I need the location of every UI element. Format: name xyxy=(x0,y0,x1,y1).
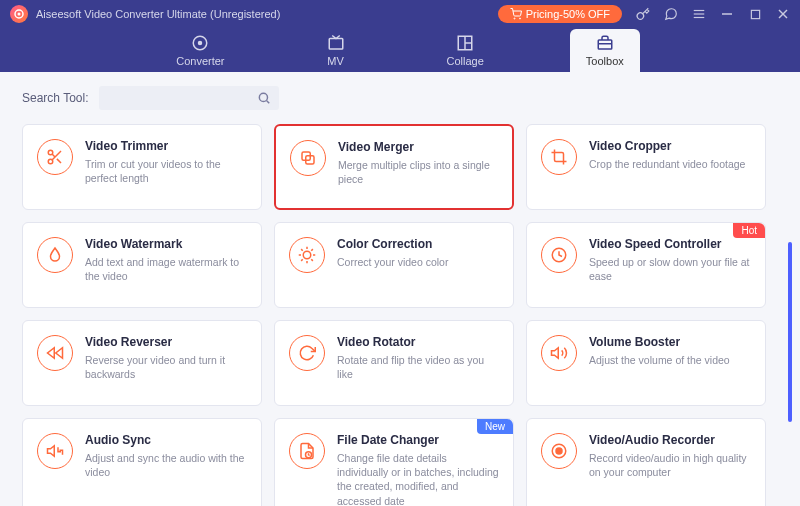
svg-point-19 xyxy=(259,93,267,101)
mv-icon xyxy=(327,34,345,52)
tool-desc: Crop the redundant video footage xyxy=(589,157,751,171)
svg-point-3 xyxy=(519,18,520,19)
svg-rect-13 xyxy=(329,39,343,50)
tool-card-sync[interactable]: Audio SyncAdjust and sync the audio with… xyxy=(22,418,262,506)
tool-desc: Adjust and sync the audio with the video xyxy=(85,451,247,479)
search-label: Search Tool: xyxy=(22,91,89,105)
rotate-icon xyxy=(289,335,325,371)
reverse-icon xyxy=(37,335,73,371)
tool-text: Volume BoosterAdjust the volume of the v… xyxy=(589,335,751,391)
tab-label: Collage xyxy=(447,55,484,67)
tool-card-speed[interactable]: HotVideo Speed ControllerSpeed up or slo… xyxy=(526,222,766,308)
tool-text: Video RotatorRotate and flip the video a… xyxy=(337,335,499,391)
tool-title: Video/Audio Recorder xyxy=(589,433,751,447)
tool-text: Video MergerMerge multiple clips into a … xyxy=(338,140,498,194)
tab-label: Toolbox xyxy=(586,55,624,67)
svg-marker-40 xyxy=(552,348,559,359)
tool-card-record[interactable]: Video/Audio RecorderRecord video/audio i… xyxy=(526,418,766,506)
tool-card-color[interactable]: Color CorrectionCorrect your video color xyxy=(274,222,514,308)
tab-collage[interactable]: Collage xyxy=(431,29,500,72)
tool-desc: Trim or cut your videos to the perfect l… xyxy=(85,157,247,185)
speed-icon xyxy=(541,237,577,273)
scissors-icon xyxy=(37,139,73,175)
tool-card-scissors[interactable]: Video TrimmerTrim or cut your videos to … xyxy=(22,124,262,210)
maximize-button[interactable] xyxy=(748,7,762,21)
svg-point-28 xyxy=(303,251,311,259)
svg-point-1 xyxy=(18,13,21,16)
pricing-button[interactable]: Pricing-50% OFF xyxy=(498,5,622,23)
watermark-icon xyxy=(37,237,73,273)
tool-text: Video TrimmerTrim or cut your videos to … xyxy=(85,139,247,195)
content-area: Search Tool: Video TrimmerTrim or cut yo… xyxy=(0,72,800,506)
svg-marker-41 xyxy=(48,446,55,457)
tool-card-date[interactable]: NewFile Date ChangerChange file date det… xyxy=(274,418,514,506)
svg-point-12 xyxy=(199,42,202,45)
pricing-label: Pricing-50% OFF xyxy=(526,8,610,20)
scrollbar-thumb[interactable] xyxy=(788,242,792,422)
tool-desc: Speed up or slow down your file at ease xyxy=(589,255,751,283)
sync-icon xyxy=(37,433,73,469)
tool-text: Color CorrectionCorrect your video color xyxy=(337,237,499,293)
main-tabs: Converter MV Collage Toolbox xyxy=(0,28,800,72)
cart-icon xyxy=(510,8,522,20)
badge-hot: Hot xyxy=(733,223,765,238)
tool-text: Audio SyncAdjust and sync the audio with… xyxy=(85,433,247,506)
tab-label: MV xyxy=(327,55,344,67)
svg-point-22 xyxy=(48,159,53,164)
search-icon[interactable] xyxy=(257,91,271,105)
volume-icon xyxy=(541,335,577,371)
search-row: Search Tool: xyxy=(22,86,778,110)
tool-title: File Date Changer xyxy=(337,433,499,447)
tool-card-rotate[interactable]: Video RotatorRotate and flip the video a… xyxy=(274,320,514,406)
tool-text: Video/Audio RecorderRecord video/audio i… xyxy=(589,433,751,506)
tool-text: File Date ChangerChange file date detail… xyxy=(337,433,499,506)
svg-point-21 xyxy=(48,150,53,155)
tool-desc: Merge multiple clips into a single piece xyxy=(338,158,498,186)
svg-point-44 xyxy=(556,448,562,454)
tab-label: Converter xyxy=(176,55,224,67)
toolbox-icon xyxy=(596,34,614,52)
svg-line-31 xyxy=(301,249,303,251)
tool-card-volume[interactable]: Volume BoosterAdjust the volume of the v… xyxy=(526,320,766,406)
app-logo-icon xyxy=(10,5,28,23)
tool-text: Video Speed ControllerSpeed up or slow d… xyxy=(589,237,751,293)
close-button[interactable] xyxy=(776,7,790,21)
record-icon xyxy=(541,433,577,469)
tool-card-crop[interactable]: Video CropperCrop the redundant video fo… xyxy=(526,124,766,210)
svg-line-20 xyxy=(266,101,269,104)
minimize-button[interactable] xyxy=(720,7,734,21)
converter-icon xyxy=(191,34,209,52)
tool-card-merge[interactable]: Video MergerMerge multiple clips into a … xyxy=(274,124,514,210)
tool-title: Video Watermark xyxy=(85,237,247,251)
tool-title: Video Speed Controller xyxy=(589,237,751,251)
crop-icon xyxy=(541,139,577,175)
window-controls xyxy=(636,7,790,21)
tool-desc: Add text and image watermark to the vide… xyxy=(85,255,247,283)
tool-card-watermark[interactable]: Video WatermarkAdd text and image waterm… xyxy=(22,222,262,308)
tool-text: Video WatermarkAdd text and image waterm… xyxy=(85,237,247,293)
search-box[interactable] xyxy=(99,86,279,110)
tool-title: Volume Booster xyxy=(589,335,751,349)
tool-grid: Video TrimmerTrim or cut your videos to … xyxy=(22,124,778,506)
date-icon xyxy=(289,433,325,469)
tool-text: Video ReverserReverse your video and tur… xyxy=(85,335,247,391)
menu-icon[interactable] xyxy=(692,7,706,21)
feedback-icon[interactable] xyxy=(664,7,678,21)
tab-toolbox[interactable]: Toolbox xyxy=(570,29,640,72)
tool-desc: Record video/audio in high quality on yo… xyxy=(589,451,751,479)
svg-line-35 xyxy=(301,259,303,261)
app-title: Aiseesoft Video Converter Ultimate (Unre… xyxy=(36,8,280,20)
tool-title: Audio Sync xyxy=(85,433,247,447)
svg-line-32 xyxy=(311,259,313,261)
tab-mv[interactable]: MV xyxy=(311,29,361,72)
svg-point-2 xyxy=(514,18,515,19)
tab-converter[interactable]: Converter xyxy=(160,29,240,72)
tool-card-reverse[interactable]: Video ReverserReverse your video and tur… xyxy=(22,320,262,406)
svg-line-36 xyxy=(311,249,313,251)
merge-icon xyxy=(290,140,326,176)
badge-new: New xyxy=(477,419,513,434)
key-icon[interactable] xyxy=(636,7,650,21)
collage-icon xyxy=(456,34,474,52)
search-input[interactable] xyxy=(107,92,257,104)
svg-marker-39 xyxy=(56,348,63,359)
